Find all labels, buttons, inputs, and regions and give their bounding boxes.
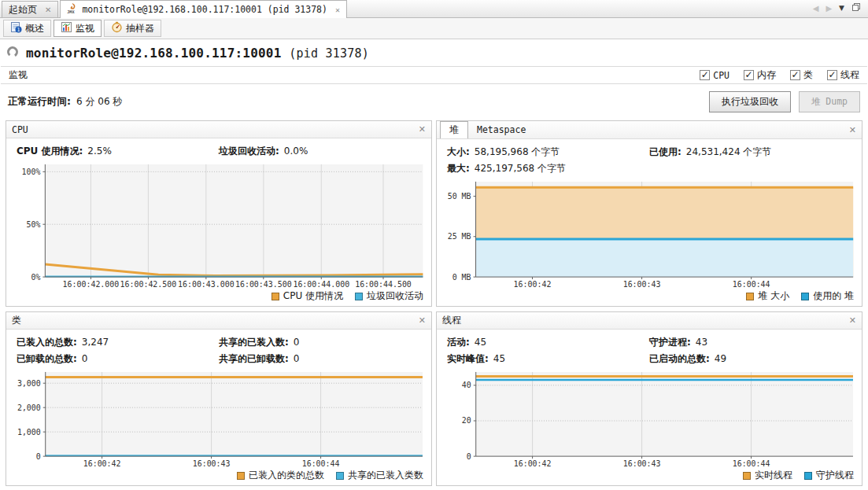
- legend-swatch-icon: [336, 472, 344, 480]
- svg-text:1: 1: [17, 27, 20, 33]
- svg-text:0: 0: [467, 452, 471, 461]
- tab-metaspace[interactable]: Metaspace: [468, 121, 534, 138]
- classes-stats: 已装入的总数:3,247 已卸载的总数:0 共享的已装入数:0 共享的已卸载数:…: [6, 330, 431, 366]
- tab-label: 起始页: [9, 3, 37, 17]
- checkbox-icon: ✓: [700, 70, 710, 80]
- tab-overview[interactable]: 1 概述: [3, 20, 51, 37]
- svg-text:100%: 100%: [21, 168, 40, 176]
- svg-text:16:00:42.500: 16:00:42.500: [120, 280, 177, 289]
- page-title: monitorRole@192.168.100.117:10001 (pid 3…: [26, 46, 369, 61]
- threads-chart: 0204016:00:4216:00:4316:00:44: [437, 366, 862, 469]
- legend-item: 已装入的类的总数: [237, 469, 324, 482]
- maximize-icon[interactable]: [851, 2, 861, 14]
- legend-swatch-icon: [271, 293, 279, 300]
- spinner-icon: [6, 46, 19, 61]
- checkbox-cpu[interactable]: ✓ CPU: [700, 70, 729, 81]
- svg-text:16:00:43: 16:00:43: [623, 280, 661, 289]
- overview-icon: 1: [10, 21, 22, 35]
- tab-monitor-role[interactable]: JMX monitorRole@192.168.100.117:10001 (p…: [60, 0, 347, 18]
- close-icon[interactable]: ✕: [849, 125, 856, 135]
- svg-text:16:00:44: 16:00:44: [733, 459, 770, 468]
- svg-text:0%: 0%: [31, 273, 40, 282]
- stat-line: 共享的已卸载数:0: [219, 352, 421, 366]
- svg-text:50%: 50%: [26, 220, 40, 229]
- checkbox-icon: ✓: [790, 70, 800, 80]
- svg-text:16:00:42.000: 16:00:42.000: [63, 280, 120, 289]
- legend-swatch-icon: [801, 293, 809, 300]
- stat-line: 垃圾回收活动:0.0%: [219, 145, 421, 158]
- close-icon[interactable]: ✕: [419, 315, 426, 326]
- close-icon[interactable]: ✕: [419, 124, 426, 134]
- monitor-icon: [61, 21, 72, 35]
- stat-line: 最大:425,197,568 个字节: [447, 162, 649, 175]
- heap-chart: 0 MB25 MB50 MB16:00:4216:00:4316:00:44: [437, 175, 862, 289]
- stat-line: CPU 使用情况:2.5%: [17, 145, 219, 158]
- svg-text:16:00:44: 16:00:44: [733, 280, 770, 289]
- classes-chart-legend: 已装入的类的总数共享的已装入类数: [6, 469, 431, 485]
- tab-heap[interactable]: 堆: [440, 121, 468, 138]
- heap-panel-header: 堆 Metaspace ✕: [437, 121, 862, 139]
- legend-swatch-icon: [355, 293, 363, 300]
- page-header: monitorRole@192.168.100.117:10001 (pid 3…: [0, 39, 868, 64]
- svg-text:50 MB: 50 MB: [448, 192, 471, 201]
- checkbox-memory[interactable]: ✓ 内存: [744, 68, 776, 82]
- pid-label: (pid 31378): [289, 46, 369, 61]
- svg-text:20: 20: [462, 416, 471, 425]
- perform-gc-button[interactable]: 执行垃圾回收: [709, 91, 791, 112]
- classes-chart: 01,0002,0003,00016:00:4216:00:4316:00:44: [6, 366, 431, 469]
- back-icon[interactable]: ◀: [813, 5, 819, 13]
- view-toolbar: 1 概述 监视 抽样器: [0, 18, 868, 39]
- panels-grid: CPU ✕ CPU 使用情况:2.5% 垃圾回收活动:0.0% 0%50%100…: [0, 120, 868, 490]
- svg-text:2,000: 2,000: [17, 403, 41, 412]
- tab-list-dropdown-icon[interactable]: ▼: [839, 5, 844, 12]
- stat-line: 已装入的总数:3,247: [17, 336, 219, 349]
- jmx-icon: JMX: [67, 3, 78, 17]
- stat-line: 守护进程:43: [649, 336, 851, 349]
- checkbox-icon: ✓: [744, 70, 754, 80]
- checkbox-icon: ✓: [827, 70, 837, 80]
- cpu-panel: CPU ✕ CPU 使用情况:2.5% 垃圾回收活动:0.0% 0%50%100…: [6, 120, 432, 307]
- legend-swatch-icon: [237, 472, 245, 480]
- close-icon[interactable]: ✕: [849, 315, 856, 326]
- legend-item: 堆 大小: [746, 289, 789, 303]
- checkbox-classes[interactable]: ✓ 类: [790, 68, 813, 82]
- tab-monitor[interactable]: 监视: [54, 20, 102, 37]
- svg-text:40: 40: [462, 381, 471, 389]
- action-buttons: 执行垃圾回收 堆 Dump: [709, 91, 860, 112]
- heap-stats: 大小:58,195,968 个字节 最大:425,197,568 个字节 已使用…: [437, 139, 862, 175]
- tab-label: monitorRole@192.168.100.117:10001 (pid 3…: [82, 4, 327, 15]
- cpu-stats: CPU 使用情况:2.5% 垃圾回收活动:0.0%: [6, 138, 431, 158]
- uptime-row: 正常运行时间: 6 分 06 秒 执行垃圾回收 堆 Dump: [0, 84, 868, 120]
- svg-text:16:00:43: 16:00:43: [193, 459, 231, 468]
- threads-stats: 活动:45 实时峰值:45 守护进程:43 已启动的总数:49: [437, 330, 862, 366]
- panel-title: 类: [12, 314, 21, 327]
- stat-line: 共享的已装入数:0: [219, 336, 421, 349]
- forward-icon[interactable]: ▶: [826, 5, 832, 13]
- legend-item: 共享的已装入类数: [336, 469, 423, 482]
- threads-panel-header: 线程 ✕: [437, 312, 862, 330]
- legend-swatch-icon: [746, 293, 754, 300]
- checkbox-threads[interactable]: ✓ 线程: [827, 68, 859, 82]
- close-icon[interactable]: ✕: [335, 6, 340, 14]
- section-label: 监视: [9, 68, 28, 82]
- classes-panel-header: 类 ✕: [6, 312, 431, 330]
- tab-sampler[interactable]: 抽样器: [104, 20, 161, 37]
- tab-start-page[interactable]: 起始页 ✕: [2, 1, 58, 17]
- legend-item: 使用的 堆: [801, 289, 854, 303]
- svg-text:16:00:44.000: 16:00:44.000: [293, 280, 349, 289]
- threads-panel: 线程 ✕ 活动:45 实时峰值:45 守护进程:43 已启动的总数:49 020…: [436, 311, 862, 486]
- tabbar-controls: ◀ ▶ ▼: [813, 2, 868, 17]
- stat-line: 大小:58,195,968 个字节: [447, 146, 649, 159]
- heap-chart-legend: 堆 大小使用的 堆: [437, 289, 862, 306]
- svg-text:16:00:44.500: 16:00:44.500: [355, 280, 412, 289]
- monitor-section-bar: 监视 ✓ CPU ✓ 内存 ✓ 类 ✓ 线程: [1, 66, 867, 84]
- svg-text:0 MB: 0 MB: [452, 273, 471, 282]
- legend-swatch-icon: [743, 472, 751, 480]
- svg-text:16:00:43.500: 16:00:43.500: [235, 280, 292, 289]
- svg-text:16:00:43.000: 16:00:43.000: [178, 280, 235, 289]
- legend-item: CPU 使用情况: [271, 289, 343, 303]
- threads-chart-legend: 实时线程守护线程: [437, 469, 862, 485]
- uptime-value: 6 分 06 秒: [76, 95, 122, 109]
- svg-text:0: 0: [36, 452, 41, 461]
- close-icon[interactable]: ✕: [45, 6, 51, 14]
